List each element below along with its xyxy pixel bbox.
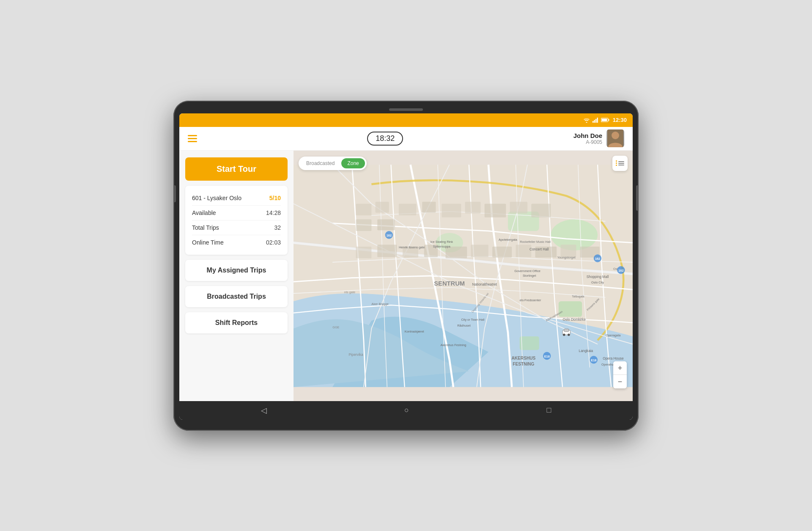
svg-point-8: [612, 132, 619, 139]
map-toolbar: Broadcasted Zone: [299, 156, 628, 171]
zoom-controls: + −: [613, 361, 627, 388]
main-content: Start Tour 601 - Lysaker Oslo 5/10 Avail…: [179, 151, 633, 401]
svg-text:162: 162: [618, 268, 623, 272]
map-list-button[interactable]: [612, 156, 628, 171]
header: 18:32 John Doe A-9005: [179, 127, 633, 151]
total-trips-row: Total Trips 32: [192, 220, 281, 235]
svg-rect-21: [442, 204, 461, 217]
svg-text:E18: E18: [591, 358, 596, 362]
my-assigned-trips-label: My Assigned Trips: [207, 267, 266, 274]
avatar: [606, 129, 624, 147]
svg-text:Nationaltheatret: Nationaltheatret: [472, 282, 497, 286]
svg-rect-22: [465, 201, 481, 213]
route-value: 5/10: [269, 195, 281, 201]
online-time-row: Online Time 02:03: [192, 235, 281, 250]
svg-rect-31: [471, 245, 488, 257]
svg-point-84: [568, 333, 570, 336]
svg-text:Oslo Domkirke: Oslo Domkirke: [563, 317, 586, 322]
svg-text:Aker Brygge: Aker Brygge: [371, 302, 389, 306]
zone-toggle[interactable]: Zone: [341, 158, 365, 168]
tablet-screen: 12:30 18:32 John Doe A-9005: [179, 113, 633, 420]
svg-text:Operagata: Operagata: [606, 333, 621, 337]
hamburger-line-1: [188, 135, 197, 136]
svg-text:els·Fredssenter: els·Fredssenter: [520, 298, 541, 302]
total-trips-label: Total Trips: [192, 224, 219, 231]
svg-rect-5: [601, 119, 607, 121]
svg-rect-30: [446, 246, 467, 258]
broadcasted-toggle[interactable]: Broadcasted: [300, 158, 340, 168]
list-line-1: [618, 161, 624, 162]
svg-rect-82: [564, 329, 569, 331]
map-panel[interactable]: SENTRUM AKERSHUS FESTNING Nationaltheatr…: [294, 151, 633, 401]
svg-text:Opera House: Opera House: [603, 356, 624, 360]
avatar-image: [606, 129, 624, 147]
header-time-display: 18:32: [367, 132, 403, 146]
recents-button[interactable]: □: [546, 406, 551, 415]
svg-text:Pipervika: Pipervika: [348, 352, 363, 356]
side-button-right: [636, 185, 639, 211]
svg-rect-0: [593, 121, 594, 123]
svg-text:Concert Hall: Concert Hall: [529, 247, 549, 251]
hamburger-line-3: [188, 141, 197, 142]
svg-rect-27: [377, 245, 397, 257]
home-button[interactable]: ○: [404, 406, 409, 415]
total-trips-value: 32: [274, 224, 281, 231]
broadcasted-trips-label: Broadcasted Trips: [207, 293, 266, 300]
bottom-nav: ◁ ○ □: [179, 401, 633, 420]
svg-rect-17: [399, 204, 416, 215]
svg-text:Rådhuset: Rådhuset: [457, 323, 471, 327]
route-label: 601 - Lysaker Oslo: [192, 195, 241, 201]
user-info: John Doe A-9005: [573, 132, 602, 145]
svg-rect-26: [356, 246, 371, 258]
hamburger-menu[interactable]: [188, 135, 197, 142]
shift-reports-button[interactable]: Shift Reports: [185, 312, 288, 333]
svg-text:AKERSHUS: AKERSHUS: [511, 356, 535, 360]
wifi-icon: [583, 118, 590, 123]
svg-text:162: 162: [595, 257, 600, 261]
list-dot-1: [616, 160, 617, 162]
svg-rect-13: [559, 301, 582, 316]
svg-text:GGE: GGE: [332, 325, 339, 329]
svg-rect-3: [597, 118, 598, 123]
status-time: 12:30: [613, 117, 627, 123]
svg-text:City or Town Hall: City or Town Hall: [461, 318, 484, 322]
list-line-3: [618, 165, 624, 165]
map-toggle: Broadcasted Zone: [299, 157, 367, 170]
svg-rect-6: [608, 119, 609, 121]
online-time-value: 02:03: [266, 239, 281, 246]
svg-text:Henrik Ibsens gate: Henrik Ibsens gate: [399, 245, 425, 249]
user-id: A-9005: [573, 139, 602, 145]
svg-text:SENTRUM: SENTRUM: [434, 280, 465, 287]
broadcasted-trips-button[interactable]: Broadcasted Trips: [185, 286, 288, 307]
list-dot-2: [616, 162, 617, 164]
zoom-in-button[interactable]: +: [613, 361, 627, 375]
status-bar: 12:30: [179, 113, 633, 127]
svg-rect-16: [376, 201, 389, 212]
tablet-top-notch: [389, 108, 423, 111]
svg-rect-19: [356, 219, 371, 231]
svg-text:FESTNING: FESTNING: [513, 362, 534, 366]
signal-icon: [593, 118, 598, 123]
available-row: Available 14:28: [192, 206, 281, 220]
svg-rect-25: [531, 204, 551, 217]
svg-rect-1: [594, 120, 595, 123]
my-assigned-trips-button[interactable]: My Assigned Trips: [185, 260, 288, 281]
svg-rect-14: [520, 336, 539, 349]
user-profile: John Doe A-9005: [573, 129, 624, 147]
start-tour-button[interactable]: Start Tour: [185, 157, 288, 181]
user-name: John Doe: [573, 132, 602, 139]
svg-rect-33: [516, 245, 531, 257]
available-value: 14:28: [266, 209, 281, 216]
stats-card: 601 - Lysaker Oslo 5/10 Available 14:28 …: [185, 186, 288, 255]
zoom-out-button[interactable]: −: [613, 375, 627, 388]
svg-text:Tollbugata: Tollbugata: [572, 294, 584, 298]
svg-text:Akershus Festning: Akershus Festning: [440, 343, 466, 347]
svg-text:Ice Skating Rink: Ice Skating Rink: [431, 239, 453, 243]
shift-reports-label: Shift Reports: [215, 319, 258, 326]
back-button[interactable]: ◁: [261, 406, 267, 415]
svg-rect-2: [595, 119, 597, 123]
svg-text:nts gate: nts gate: [344, 290, 355, 294]
svg-rect-24: [510, 201, 527, 213]
svg-text:Rockefeller Music Hall: Rockefeller Music Hall: [520, 239, 551, 243]
svg-text:Langkaia: Langkaia: [579, 348, 593, 352]
